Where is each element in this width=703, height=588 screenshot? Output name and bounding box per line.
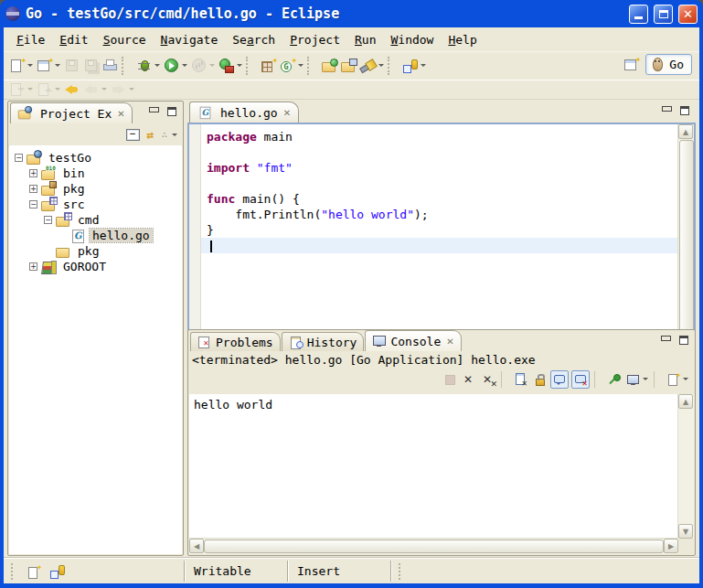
dropdown-arrow-icon[interactable]: [182, 64, 187, 67]
menu-file[interactable]: File: [9, 30, 52, 49]
next-annotation-button[interactable]: [7, 79, 35, 101]
dropdown-arrow-icon[interactable]: [101, 88, 107, 91]
close-icon[interactable]: ✕: [446, 337, 453, 347]
code-line-2[interactable]: [201, 144, 678, 160]
menu-source[interactable]: Source: [96, 30, 154, 49]
show-stdout-button[interactable]: [550, 370, 569, 389]
expanded-expander-icon[interactable]: −: [44, 216, 52, 224]
run-button[interactable]: [162, 55, 189, 77]
code-line-1[interactable]: package main: [201, 129, 678, 144]
maximize-button[interactable]: [654, 5, 673, 24]
console-area-tab-console[interactable]: Console✕: [365, 330, 461, 351]
tree-item-pkg[interactable]: pkg: [9, 243, 182, 259]
last-edit-location-button[interactable]: [62, 79, 81, 101]
view-menu-button[interactable]: ∴: [161, 129, 177, 141]
scroll-up-arrow[interactable]: ▲: [678, 394, 693, 409]
dropdown-arrow-icon[interactable]: [27, 88, 33, 91]
menu-help[interactable]: Help: [441, 30, 484, 49]
scroll-right-arrow[interactable]: ▶: [664, 539, 678, 553]
minimize-view-button[interactable]: [145, 104, 162, 118]
remove-launch-button[interactable]: [461, 371, 477, 388]
scroll-up-arrow[interactable]: ▲: [678, 124, 693, 139]
dropdown-arrow-icon[interactable]: [643, 378, 648, 380]
launch-trim-button[interactable]: [49, 563, 65, 579]
debug-button[interactable]: [134, 55, 162, 77]
link-with-editor-button[interactable]: ⇄: [147, 129, 154, 141]
close-icon[interactable]: ✕: [117, 109, 124, 119]
menu-run[interactable]: Run: [347, 30, 383, 49]
console-area-tab-history[interactable]: History: [282, 332, 365, 351]
dropdown-arrow-icon[interactable]: [55, 64, 60, 67]
scroll-left-arrow[interactable]: ◀: [189, 539, 204, 553]
new-go-package-button[interactable]: [259, 55, 278, 77]
forward-button[interactable]: [109, 79, 136, 101]
fast-view-button[interactable]: [26, 564, 40, 579]
remove-all-terminated-button[interactable]: [480, 371, 496, 388]
pin-console-button[interactable]: [605, 371, 622, 388]
go-perspective-button[interactable]: Go: [645, 54, 692, 75]
code-line-4[interactable]: [201, 176, 678, 191]
save-all-button[interactable]: [81, 55, 101, 77]
dropdown-arrow-icon[interactable]: [298, 64, 304, 67]
console-area-tab-problems[interactable]: Problems: [190, 332, 281, 351]
import-resources-button[interactable]: [320, 55, 339, 77]
external-tools-button[interactable]: [217, 55, 244, 77]
clear-console-button[interactable]: [512, 371, 528, 388]
tree-item-testgo[interactable]: −testGo: [9, 150, 182, 166]
tree-item-pkg[interactable]: +pkg: [9, 181, 182, 197]
collapsed-expander-icon[interactable]: +: [29, 185, 37, 193]
maximize-view-button[interactable]: [164, 104, 180, 118]
dropdown-arrow-icon[interactable]: [129, 88, 134, 91]
terminate-button[interactable]: [442, 371, 458, 388]
tree-item-hello-go[interactable]: hello.go: [9, 228, 182, 243]
dropdown-arrow-icon[interactable]: [237, 64, 242, 67]
dropdown-arrow-icon[interactable]: [55, 88, 60, 91]
console-vertical-scrollbar[interactable]: ▲ ▼: [677, 394, 694, 539]
save-button[interactable]: [62, 55, 81, 77]
collapsed-expander-icon[interactable]: +: [29, 169, 37, 177]
code-line-5[interactable]: func main() {: [201, 191, 678, 207]
code-line-8[interactable]: [201, 238, 678, 253]
code-line-3[interactable]: import "fmt": [201, 160, 678, 176]
project-explorer-tab[interactable]: Project Ex ✕: [10, 102, 133, 123]
editor-tab-hello-go[interactable]: hello.go ✕: [189, 102, 299, 123]
expanded-expander-icon[interactable]: −: [29, 200, 37, 208]
dropdown-arrow-icon[interactable]: [27, 64, 33, 67]
close-button[interactable]: ✕: [678, 5, 698, 24]
collapsed-expander-icon[interactable]: +: [29, 262, 37, 271]
menu-window[interactable]: Window: [383, 30, 441, 49]
scroll-down-arrow[interactable]: ▼: [678, 524, 693, 539]
open-console-button[interactable]: [665, 371, 689, 388]
minimize-view-button[interactable]: [657, 333, 674, 347]
tree-item-src[interactable]: −src: [9, 197, 182, 212]
console-horizontal-scrollbar[interactable]: ◀ ▶: [189, 538, 678, 554]
menu-navigate[interactable]: Navigate: [154, 30, 226, 49]
menu-edit[interactable]: Edit: [52, 30, 95, 49]
tree-item-goroot[interactable]: +GOROOT: [9, 259, 182, 274]
console-body[interactable]: hello world ▲ ▼ ◀ ▶: [189, 394, 694, 554]
new-project-button[interactable]: [35, 55, 62, 77]
close-icon[interactable]: ✕: [283, 108, 291, 118]
code-line-7[interactable]: }: [201, 222, 678, 238]
previous-annotation-button[interactable]: [35, 79, 62, 101]
open-perspective-button[interactable]: [622, 53, 641, 75]
new-wizard-button[interactable]: [7, 55, 35, 77]
open-resource-button[interactable]: [339, 55, 358, 77]
expanded-expander-icon[interactable]: −: [15, 154, 23, 162]
menu-project[interactable]: Project: [282, 30, 347, 49]
display-console-button[interactable]: [624, 371, 649, 388]
code-line-6[interactable]: fmt.Println("hello world");: [201, 207, 678, 222]
menu-search[interactable]: Search: [225, 30, 282, 49]
print-button[interactable]: [101, 55, 120, 77]
profile-button[interactable]: [189, 55, 217, 77]
dropdown-arrow-icon[interactable]: [421, 64, 426, 67]
dropdown-arrow-icon[interactable]: [154, 64, 160, 67]
minimize-editor-button[interactable]: [658, 103, 675, 117]
scroll-lock-button[interactable]: [531, 371, 548, 388]
show-stderr-button[interactable]: [571, 370, 590, 389]
collapse-all-button[interactable]: −: [126, 129, 140, 141]
back-button[interactable]: [81, 79, 109, 101]
maximize-view-button[interactable]: [676, 333, 692, 347]
dropdown-arrow-icon[interactable]: [378, 64, 384, 67]
dropdown-arrow-icon[interactable]: [209, 64, 215, 67]
